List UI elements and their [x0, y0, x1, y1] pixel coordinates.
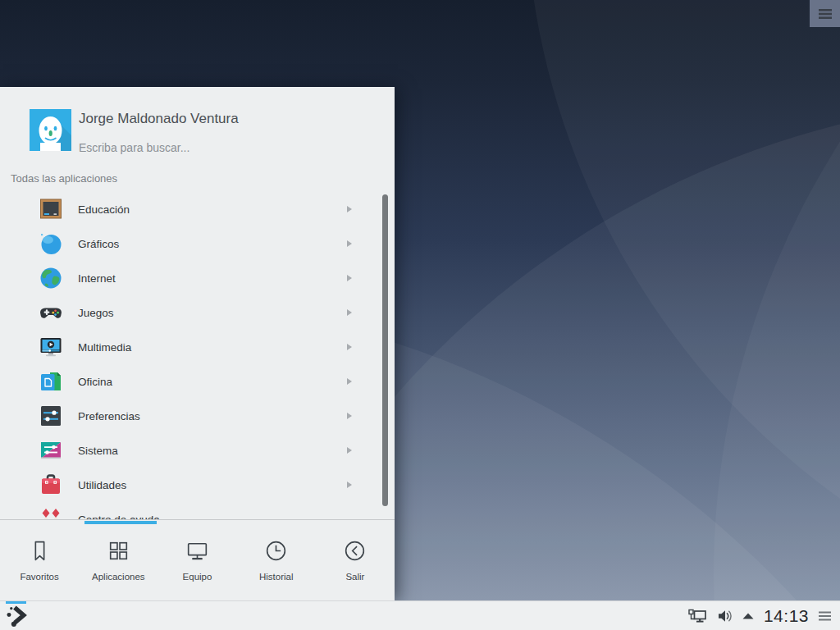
- menu-item-graphics[interactable]: Gráficos: [0, 226, 395, 261]
- menu-item-games[interactable]: Juegos: [0, 295, 395, 330]
- kickoff-launcher-icon: [5, 604, 29, 628]
- app-grid-icon: [105, 537, 132, 564]
- section-label: Todas las aplicaciones: [11, 172, 117, 185]
- tab-leave[interactable]: Salir: [316, 524, 395, 600]
- volume-icon[interactable]: [716, 609, 734, 623]
- search-input[interactable]: Escriba para buscar...: [79, 141, 189, 154]
- menu-item-multimedia[interactable]: Multimedia: [0, 330, 395, 364]
- menu-item-label: Utilidades: [78, 479, 347, 491]
- menu-item-label: Internet: [78, 272, 347, 285]
- system-icon: [38, 437, 64, 463]
- tab-history[interactable]: Historial: [237, 524, 316, 600]
- menu-item-label: Oficina: [78, 376, 347, 388]
- application-category-list: Educación Gráficos: [0, 192, 395, 519]
- internet-icon: [38, 265, 64, 291]
- tabbar-divider: [0, 519, 395, 520]
- education-icon: [38, 196, 64, 222]
- expand-up-icon[interactable]: [742, 612, 755, 620]
- avatar-face-icon: [30, 109, 71, 151]
- desktop: Jorge Maldonado Ventura Escriba para bus…: [0, 0, 840, 630]
- submenu-arrow-icon: [347, 275, 352, 281]
- computer-icon: [184, 537, 211, 564]
- menu-item-label: Sistema: [78, 445, 347, 457]
- submenu-arrow-icon: [347, 413, 352, 419]
- leave-icon: [341, 537, 368, 564]
- application-launcher-popup: Jorge Maldonado Ventura Escriba para bus…: [0, 87, 395, 600]
- settings-icon: [38, 403, 64, 429]
- tab-favorites[interactable]: Favoritos: [0, 524, 79, 600]
- launcher-active-indicator: [6, 601, 26, 604]
- tab-computer[interactable]: Equipo: [158, 524, 236, 600]
- submenu-arrow-icon: [347, 447, 352, 454]
- history-clock-icon: [262, 537, 290, 564]
- tab-label: Aplicaciones: [92, 572, 145, 582]
- tab-label: Historial: [259, 572, 294, 582]
- menu-item-label: Juegos: [78, 307, 347, 319]
- menu-item-label: Gráficos: [78, 238, 347, 250]
- menu-item-internet[interactable]: Internet: [0, 261, 395, 295]
- utilities-icon: [38, 472, 64, 498]
- user-avatar[interactable]: [30, 109, 71, 151]
- menu-item-label: Centro de ayuda: [78, 514, 395, 520]
- multimedia-icon: [38, 334, 64, 360]
- user-name: Jorge Maldonado Ventura: [79, 111, 239, 127]
- submenu-arrow-icon: [347, 206, 352, 212]
- menu-item-system[interactable]: Sistema: [0, 433, 395, 468]
- submenu-arrow-icon: [347, 378, 352, 385]
- menu-item-label: Preferencias: [78, 410, 347, 422]
- office-icon: [38, 368, 64, 395]
- launcher-tabbar: Favoritos Aplicaciones Equipo: [0, 524, 395, 600]
- list-scrollbar[interactable]: [382, 194, 388, 506]
- desktop-toolbox-button[interactable]: [810, 0, 840, 27]
- submenu-arrow-icon: [347, 240, 352, 247]
- menu-item-label: Multimedia: [78, 341, 347, 354]
- help-center-icon: [38, 506, 64, 519]
- menu-item-education[interactable]: Educación: [0, 192, 395, 226]
- bookmark-icon: [26, 537, 53, 564]
- menu-item-utilities[interactable]: Utilidades: [0, 468, 395, 502]
- submenu-arrow-icon: [347, 344, 352, 350]
- games-icon: [38, 299, 64, 326]
- desktop-toolbox-hamburger-icon: [818, 8, 833, 20]
- graphics-icon: [38, 231, 64, 257]
- taskbar-panel: 14:13: [0, 600, 840, 630]
- tab-label: Favoritos: [20, 572, 58, 582]
- system-tray: 14:13: [687, 606, 840, 626]
- submenu-arrow-icon: [347, 482, 352, 488]
- submenu-arrow-icon: [347, 309, 352, 316]
- menu-item-office[interactable]: Oficina: [0, 364, 395, 399]
- menu-item-label: Educación: [78, 203, 347, 216]
- tab-applications[interactable]: Aplicaciones: [79, 524, 158, 600]
- menu-item-preferences[interactable]: Preferencias: [0, 399, 395, 433]
- network-icon[interactable]: [687, 608, 709, 624]
- menu-item-help-center[interactable]: Centro de ayuda: [0, 502, 395, 519]
- panel-hamburger-icon[interactable]: [818, 609, 833, 623]
- tab-label: Salir: [345, 572, 364, 582]
- tab-label: Equipo: [183, 572, 212, 582]
- application-launcher-button[interactable]: [0, 601, 33, 630]
- digital-clock[interactable]: 14:13: [764, 606, 809, 626]
